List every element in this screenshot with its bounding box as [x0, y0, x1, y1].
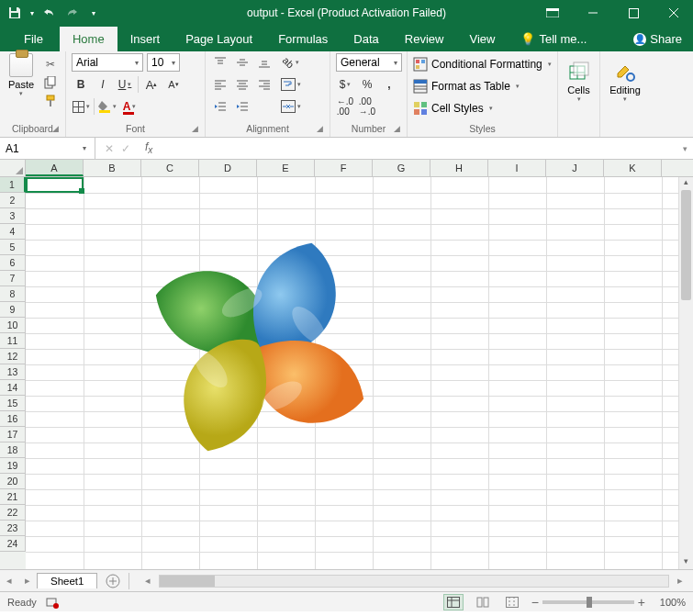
italic-button[interactable]: I [94, 75, 112, 94]
scroll-up-icon[interactable]: ▴ [679, 177, 693, 190]
align-middle-button[interactable] [233, 53, 251, 72]
row-header-15[interactable]: 15 [0, 396, 26, 411]
shrink-font-button[interactable]: A▾ [164, 75, 183, 94]
col-header-H[interactable]: H [430, 160, 488, 176]
expand-formula-icon[interactable]: ▾ [676, 144, 693, 153]
new-sheet-button[interactable] [103, 571, 123, 591]
underline-button[interactable]: U▾ [116, 75, 134, 94]
name-box-input[interactable] [0, 142, 77, 155]
row-header-22[interactable]: 22 [0, 505, 26, 521]
row-header-23[interactable]: 23 [0, 521, 26, 536]
font-name-select[interactable]: Arial▾ [72, 53, 143, 72]
currency-button[interactable]: $▾ [336, 75, 354, 94]
tab-review[interactable]: Review [392, 27, 457, 51]
bold-button[interactable]: B [72, 75, 90, 94]
zoom-in-button[interactable]: + [638, 595, 645, 610]
sheet-nav-prev-icon[interactable]: ◂ [0, 575, 18, 587]
redo-icon[interactable] [62, 4, 81, 22]
row-header-11[interactable]: 11 [0, 333, 26, 349]
vscroll-thumb[interactable] [681, 190, 691, 300]
decrease-decimal-button[interactable]: .00→.0 [358, 97, 376, 116]
tab-formulas[interactable]: Formulas [265, 27, 341, 51]
zoom-slider[interactable] [542, 600, 634, 604]
tab-page-layout[interactable]: Page Layout [173, 27, 265, 51]
row-header-12[interactable]: 12 [0, 349, 26, 364]
decrease-indent-button[interactable] [211, 97, 229, 116]
fill-color-button[interactable]: ▾ [98, 97, 117, 116]
font-launcher-icon[interactable]: ◢ [192, 124, 203, 135]
row-header-18[interactable]: 18 [0, 442, 26, 458]
number-format-select[interactable]: General▾ [336, 53, 402, 72]
number-launcher-icon[interactable]: ◢ [394, 124, 405, 135]
conditional-formatting-button[interactable]: Conditional Formatting▾ [413, 55, 552, 73]
tab-data[interactable]: Data [341, 27, 391, 51]
close-button[interactable] [654, 0, 693, 26]
alignment-launcher-icon[interactable]: ◢ [317, 124, 328, 135]
row-header-8[interactable]: 8 [0, 286, 26, 302]
editing-button[interactable]: Editing ▾ [609, 53, 641, 103]
tell-me[interactable]: 💡Tell me... [508, 27, 599, 51]
fx-icon[interactable]: fx [140, 140, 158, 155]
share-button[interactable]: 👤Share [620, 27, 693, 51]
col-header-B[interactable]: B [84, 160, 141, 176]
row-header-7[interactable]: 7 [0, 271, 26, 286]
col-header-A[interactable]: A [26, 160, 84, 176]
page-layout-view-button[interactable] [473, 594, 493, 610]
vertical-scrollbar[interactable]: ▴ ▾ [678, 177, 693, 569]
align-bottom-button[interactable] [255, 53, 274, 72]
cut-icon[interactable]: ✂ [42, 57, 59, 72]
col-header-F[interactable]: F [315, 160, 373, 176]
undo-icon[interactable] [40, 4, 59, 22]
col-header-C[interactable]: C [141, 160, 199, 176]
horizontal-scrollbar[interactable]: ◂ ▸ [135, 575, 693, 588]
borders-button[interactable]: ▾ [72, 97, 90, 116]
tab-insert[interactable]: Insert [117, 27, 173, 51]
qat-customize-icon[interactable]: ▾ [84, 4, 103, 22]
macro-record-icon[interactable] [46, 596, 59, 609]
page-break-view-button[interactable] [502, 594, 522, 610]
comma-button[interactable]: , [380, 75, 398, 94]
cells-button[interactable]: Cells ▾ [566, 53, 592, 103]
col-header-D[interactable]: D [199, 160, 257, 176]
increase-indent-button[interactable] [233, 97, 251, 116]
grow-font-button[interactable]: A▴ [142, 75, 161, 94]
cancel-icon[interactable]: ✕ [105, 142, 114, 155]
row-header-1[interactable]: 1 [0, 177, 26, 193]
copy-icon[interactable] [42, 75, 59, 90]
paste-button[interactable]: Paste ▾ [6, 53, 37, 97]
row-header-10[interactable]: 10 [0, 318, 26, 333]
wrap-text-button[interactable]: ▾ [281, 75, 301, 94]
row-header-2[interactable]: 2 [0, 193, 26, 208]
name-box-dropdown-icon[interactable]: ▾ [77, 144, 92, 152]
increase-decimal-button[interactable]: ←.0.00 [336, 97, 354, 116]
align-top-button[interactable] [211, 53, 229, 72]
row-header-21[interactable]: 21 [0, 489, 26, 505]
select-all-corner[interactable] [0, 160, 26, 176]
col-header-J[interactable]: J [546, 160, 604, 176]
clipboard-launcher-icon[interactable]: ◢ [52, 124, 63, 135]
tab-file[interactable]: File [7, 27, 60, 51]
row-header-17[interactable]: 17 [0, 427, 26, 442]
row-header-9[interactable]: 9 [0, 302, 26, 318]
row-header-16[interactable]: 16 [0, 411, 26, 427]
scroll-down-icon[interactable]: ▾ [679, 556, 693, 569]
zoom-value[interactable]: 100% [649, 597, 686, 608]
tab-view[interactable]: View [456, 27, 508, 51]
format-painter-icon[interactable] [42, 94, 59, 108]
align-center-button[interactable] [233, 75, 251, 94]
col-header-G[interactable]: G [373, 160, 430, 176]
row-header-19[interactable]: 19 [0, 458, 26, 474]
active-cell[interactable] [26, 177, 84, 193]
minimize-button[interactable] [574, 0, 612, 26]
enter-icon[interactable]: ✓ [121, 142, 130, 155]
col-header-I[interactable]: I [488, 160, 546, 176]
row-header-14[interactable]: 14 [0, 380, 26, 396]
row-header-3[interactable]: 3 [0, 208, 26, 224]
cells-area[interactable] [26, 177, 693, 569]
format-as-table-button[interactable]: Format as Table▾ [413, 77, 552, 95]
cell-styles-button[interactable]: Cell Styles▾ [413, 99, 552, 118]
align-left-button[interactable] [211, 75, 229, 94]
zoom-slider-knob[interactable] [587, 597, 592, 608]
embedded-image[interactable] [127, 214, 393, 480]
row-header-5[interactable]: 5 [0, 240, 26, 255]
